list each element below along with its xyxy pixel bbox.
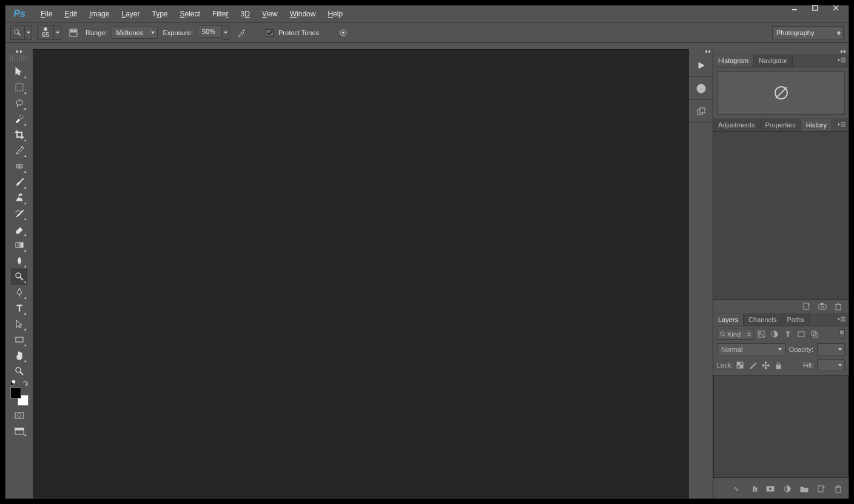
swap-colors-icon[interactable] <box>22 380 29 386</box>
tab-paths[interactable]: Paths <box>782 314 810 326</box>
menu-type[interactable]: Type <box>146 7 173 21</box>
menu-filter[interactable]: Filter <box>206 7 235 21</box>
protect-tones-checkbox[interactable] <box>266 29 274 37</box>
tab-channels[interactable]: Channels <box>744 314 782 326</box>
pen-tool[interactable] <box>12 284 27 300</box>
range-select[interactable]: Midtones <box>112 27 158 39</box>
brush-panel-toggle-icon[interactable] <box>66 25 81 40</box>
color-swatches[interactable] <box>10 388 29 406</box>
default-colors-icon[interactable] <box>10 380 16 386</box>
clone-stamp-tool[interactable] <box>12 190 27 206</box>
layer-filter-toggle[interactable] <box>839 329 845 339</box>
foreground-color-swatch[interactable] <box>10 388 21 398</box>
adjustment-layer-icon[interactable] <box>783 485 792 493</box>
history-brush-tool[interactable] <box>12 206 27 221</box>
opacity-input[interactable] <box>817 343 845 355</box>
quick-mask-toggle[interactable] <box>12 409 27 422</box>
new-document-from-state-icon[interactable] <box>802 302 811 311</box>
menu-select[interactable]: Select <box>174 7 206 21</box>
airbrush-toggle-icon[interactable] <box>234 25 249 40</box>
lock-transparency-icon[interactable] <box>736 361 744 369</box>
tool-preset-picker[interactable] <box>10 25 25 40</box>
collapsed-dock-handle[interactable] <box>689 49 713 54</box>
dodge-tool[interactable] <box>12 269 27 284</box>
type-tool[interactable]: T <box>12 300 27 316</box>
histogram-panel-menu-icon[interactable] <box>838 56 846 64</box>
tool-preset-dropdown[interactable] <box>25 25 32 40</box>
pressure-size-icon[interactable] <box>336 25 351 40</box>
link-layers-icon[interactable] <box>732 485 741 493</box>
tab-adjustments[interactable]: Adjustments <box>713 119 761 131</box>
delete-layer-icon[interactable] <box>834 485 842 493</box>
layer-filter-kind-label: Kind <box>727 331 741 338</box>
eyedropper-tool[interactable] <box>12 143 27 158</box>
workspace-switcher[interactable]: Photography <box>772 26 844 39</box>
panels-collapse-handle[interactable] <box>713 49 849 54</box>
svg-point-13 <box>19 115 23 119</box>
layer-group-icon[interactable] <box>800 485 809 493</box>
actions-panel-icon[interactable] <box>689 54 713 77</box>
zoom-tool[interactable] <box>12 363 27 379</box>
layers-panel-menu-icon[interactable] <box>838 315 846 323</box>
lock-position-icon[interactable] <box>762 361 770 369</box>
filter-pixel-icon[interactable] <box>757 330 765 338</box>
menu-edit[interactable]: Edit <box>58 7 83 21</box>
svg-point-47 <box>821 306 824 308</box>
menu-window[interactable]: Window <box>284 7 322 21</box>
menu-file[interactable]: File <box>35 7 58 21</box>
info-panel-icon[interactable]: i <box>689 77 713 100</box>
tab-history[interactable]: History <box>801 119 832 131</box>
rectangle-tool[interactable] <box>12 332 27 348</box>
fill-input[interactable] <box>817 359 845 371</box>
menu-image[interactable]: Image <box>83 7 115 21</box>
svg-line-40 <box>776 87 787 98</box>
brush-preset-picker[interactable]: 65 <box>37 25 54 40</box>
tab-histogram[interactable]: Histogram <box>713 55 754 67</box>
lock-all-icon[interactable] <box>775 361 782 369</box>
exposure-input[interactable]: 50% <box>198 25 222 38</box>
crop-tool[interactable] <box>12 127 27 143</box>
blur-tool[interactable] <box>12 253 27 269</box>
spot-heal-tool[interactable] <box>12 158 27 174</box>
history-panel-menu-icon[interactable] <box>838 121 846 128</box>
clone-source-panel-icon[interactable] <box>689 100 713 123</box>
hand-tool[interactable] <box>12 348 27 363</box>
menu-layer[interactable]: Layer <box>115 7 146 21</box>
window-minimize-button[interactable] <box>784 2 805 14</box>
brush-preset-dropdown[interactable] <box>54 25 61 40</box>
menu-view[interactable]: View <box>256 7 284 21</box>
path-select-tool[interactable] <box>12 316 27 332</box>
new-layer-icon[interactable] <box>817 485 825 493</box>
blend-mode-select[interactable]: Normal <box>717 343 785 355</box>
svg-line-5 <box>18 33 21 36</box>
quick-select-tool[interactable] <box>12 111 27 127</box>
svg-rect-12 <box>16 84 23 91</box>
delete-state-icon[interactable] <box>834 302 842 311</box>
menu-help[interactable]: Help <box>321 7 349 21</box>
marquee-tool[interactable] <box>12 79 27 95</box>
window-maximize-button[interactable] <box>805 2 825 14</box>
tab-layers[interactable]: Layers <box>713 314 744 326</box>
filter-type-icon[interactable]: T <box>784 330 792 338</box>
lasso-tool[interactable] <box>12 95 27 111</box>
menu-3d[interactable]: 3D <box>235 7 256 21</box>
exposure-dropdown[interactable] <box>222 25 229 40</box>
tools-grip[interactable] <box>10 55 29 61</box>
tab-navigator[interactable]: Navigator <box>754 55 793 67</box>
tools-expand-handle[interactable] <box>5 49 33 54</box>
filter-adjustment-icon[interactable] <box>770 330 779 338</box>
snapshot-icon[interactable] <box>818 302 827 311</box>
window-close-button[interactable] <box>825 2 846 14</box>
filter-shape-icon[interactable] <box>797 330 805 338</box>
filter-smart-icon[interactable] <box>810 330 819 338</box>
lock-image-icon[interactable] <box>749 361 757 369</box>
tab-properties[interactable]: Properties <box>761 119 801 131</box>
eraser-tool[interactable] <box>12 221 27 237</box>
screen-mode-toggle[interactable] <box>12 425 27 437</box>
gradient-tool[interactable] <box>12 237 27 253</box>
layer-style-icon[interactable]: fx <box>749 485 758 493</box>
brush-tool[interactable] <box>12 174 27 190</box>
layer-filter-kind-select[interactable]: Kind <box>717 329 753 340</box>
layer-mask-icon[interactable] <box>766 485 775 493</box>
move-tool[interactable] <box>12 64 27 79</box>
